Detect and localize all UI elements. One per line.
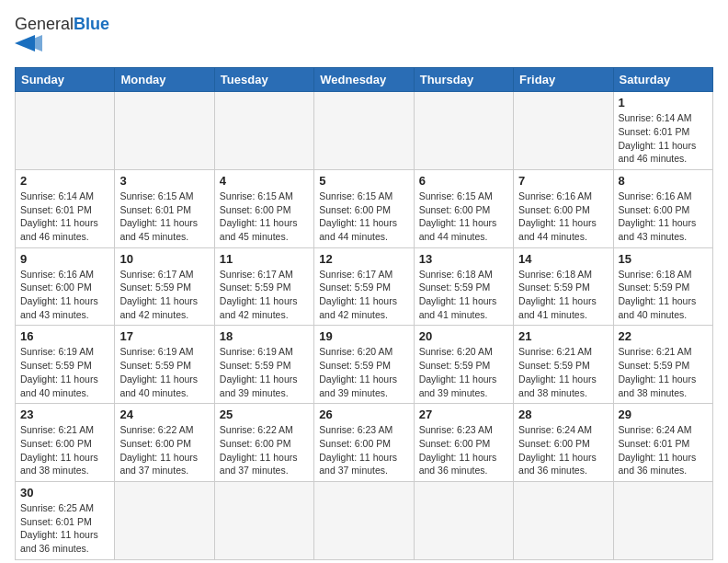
calendar-cell: 8Sunrise: 6:16 AM Sunset: 6:00 PM Daylig… xyxy=(613,169,712,247)
logo-triangle-icon xyxy=(15,35,42,52)
calendar-cell xyxy=(414,92,513,170)
day-number: 28 xyxy=(518,408,608,421)
calendar-cell: 26Sunrise: 6:23 AM Sunset: 6:00 PM Dayli… xyxy=(314,404,414,482)
calendar-cell: 22Sunrise: 6:21 AM Sunset: 5:59 PM Dayli… xyxy=(613,326,712,404)
column-header-tuesday: Tuesday xyxy=(214,68,313,92)
calendar-cell: 14Sunrise: 6:18 AM Sunset: 5:59 PM Dayli… xyxy=(514,247,613,326)
day-info: Sunrise: 6:23 AM Sunset: 6:00 PM Dayligh… xyxy=(419,423,508,477)
day-number: 7 xyxy=(518,174,608,188)
calendar-cell: 2Sunrise: 6:14 AM Sunset: 6:01 PM Daylig… xyxy=(16,169,115,247)
day-info: Sunrise: 6:16 AM Sunset: 6:00 PM Dayligh… xyxy=(518,190,608,244)
day-info: Sunrise: 6:15 AM Sunset: 6:00 PM Dayligh… xyxy=(319,190,408,244)
day-info: Sunrise: 6:16 AM Sunset: 6:00 PM Dayligh… xyxy=(619,190,708,244)
day-number: 4 xyxy=(220,174,309,188)
day-info: Sunrise: 6:22 AM Sunset: 6:00 PM Dayligh… xyxy=(119,423,209,477)
day-info: Sunrise: 6:22 AM Sunset: 6:00 PM Dayligh… xyxy=(220,423,309,477)
day-info: Sunrise: 6:15 AM Sunset: 6:00 PM Dayligh… xyxy=(419,190,508,244)
calendar-cell: 15Sunrise: 6:18 AM Sunset: 5:59 PM Dayli… xyxy=(613,247,712,326)
day-info: Sunrise: 6:24 AM Sunset: 6:00 PM Dayligh… xyxy=(518,423,608,477)
calendar-cell xyxy=(414,481,513,559)
calendar-cell: 30Sunrise: 6:25 AM Sunset: 6:01 PM Dayli… xyxy=(16,481,115,559)
calendar-cell: 28Sunrise: 6:24 AM Sunset: 6:00 PM Dayli… xyxy=(514,404,613,482)
day-info: Sunrise: 6:23 AM Sunset: 6:00 PM Dayligh… xyxy=(319,423,408,477)
day-number: 22 xyxy=(619,329,708,343)
calendar-cell xyxy=(115,92,214,170)
column-header-thursday: Thursday xyxy=(414,68,513,92)
day-info: Sunrise: 6:20 AM Sunset: 5:59 PM Dayligh… xyxy=(319,345,408,399)
calendar-cell: 13Sunrise: 6:18 AM Sunset: 5:59 PM Dayli… xyxy=(414,247,513,326)
calendar-cell xyxy=(214,92,313,170)
day-number: 26 xyxy=(319,408,408,421)
calendar-cell xyxy=(214,481,313,559)
day-number: 1 xyxy=(619,96,708,109)
day-number: 14 xyxy=(518,252,608,266)
calendar-cell: 4Sunrise: 6:15 AM Sunset: 6:00 PM Daylig… xyxy=(214,169,313,247)
day-info: Sunrise: 6:14 AM Sunset: 6:01 PM Dayligh… xyxy=(20,190,109,244)
column-header-monday: Monday xyxy=(115,68,214,92)
day-info: Sunrise: 6:14 AM Sunset: 6:01 PM Dayligh… xyxy=(619,111,708,166)
day-number: 27 xyxy=(419,408,508,421)
day-info: Sunrise: 6:21 AM Sunset: 5:59 PM Dayligh… xyxy=(619,345,708,399)
day-info: Sunrise: 6:15 AM Sunset: 6:01 PM Dayligh… xyxy=(119,190,209,244)
day-number: 5 xyxy=(319,174,408,188)
day-info: Sunrise: 6:19 AM Sunset: 5:59 PM Dayligh… xyxy=(119,345,209,399)
calendar-cell: 27Sunrise: 6:23 AM Sunset: 6:00 PM Dayli… xyxy=(414,404,513,482)
day-info: Sunrise: 6:21 AM Sunset: 6:00 PM Dayligh… xyxy=(20,423,109,477)
week-row-2: 2Sunrise: 6:14 AM Sunset: 6:01 PM Daylig… xyxy=(16,169,713,247)
day-number: 6 xyxy=(419,174,508,188)
day-info: Sunrise: 6:15 AM Sunset: 6:00 PM Dayligh… xyxy=(220,190,309,244)
calendar-cell xyxy=(115,481,214,559)
day-number: 16 xyxy=(20,329,109,343)
calendar-cell: 29Sunrise: 6:24 AM Sunset: 6:01 PM Dayli… xyxy=(613,404,712,482)
day-number: 30 xyxy=(20,486,109,500)
calendar-cell xyxy=(314,92,414,170)
calendar-table: SundayMondayTuesdayWednesdayThursdayFrid… xyxy=(15,67,713,560)
calendar-cell: 25Sunrise: 6:22 AM Sunset: 6:00 PM Dayli… xyxy=(214,404,313,482)
calendar-cell: 10Sunrise: 6:17 AM Sunset: 5:59 PM Dayli… xyxy=(115,247,214,326)
day-info: Sunrise: 6:18 AM Sunset: 5:59 PM Dayligh… xyxy=(419,268,508,322)
day-number: 8 xyxy=(619,174,708,188)
column-header-saturday: Saturday xyxy=(613,68,712,92)
week-row-3: 9Sunrise: 6:16 AM Sunset: 6:00 PM Daylig… xyxy=(16,247,713,326)
day-number: 10 xyxy=(119,252,209,266)
calendar-cell: 20Sunrise: 6:20 AM Sunset: 5:59 PM Dayli… xyxy=(414,326,513,404)
day-number: 2 xyxy=(20,174,109,188)
day-number: 23 xyxy=(20,408,109,421)
day-info: Sunrise: 6:25 AM Sunset: 6:01 PM Dayligh… xyxy=(20,501,109,556)
day-number: 21 xyxy=(518,329,608,343)
day-info: Sunrise: 6:17 AM Sunset: 5:59 PM Dayligh… xyxy=(119,268,209,322)
calendar-cell: 7Sunrise: 6:16 AM Sunset: 6:00 PM Daylig… xyxy=(514,169,613,247)
day-info: Sunrise: 6:16 AM Sunset: 6:00 PM Dayligh… xyxy=(20,268,109,322)
day-number: 24 xyxy=(119,408,209,421)
day-number: 17 xyxy=(119,329,209,343)
day-info: Sunrise: 6:19 AM Sunset: 5:59 PM Dayligh… xyxy=(220,345,309,399)
calendar-cell xyxy=(514,481,613,559)
day-info: Sunrise: 6:21 AM Sunset: 5:59 PM Dayligh… xyxy=(518,345,608,399)
calendar-cell xyxy=(613,481,712,559)
day-number: 29 xyxy=(619,408,708,421)
day-number: 9 xyxy=(20,252,109,266)
day-number: 11 xyxy=(220,252,309,266)
week-row-4: 16Sunrise: 6:19 AM Sunset: 5:59 PM Dayli… xyxy=(16,326,713,404)
day-number: 12 xyxy=(319,252,408,266)
day-info: Sunrise: 6:17 AM Sunset: 5:59 PM Dayligh… xyxy=(319,268,408,322)
day-number: 13 xyxy=(419,252,508,266)
column-header-wednesday: Wednesday xyxy=(314,68,414,92)
calendar-cell: 16Sunrise: 6:19 AM Sunset: 5:59 PM Dayli… xyxy=(16,326,115,404)
calendar-cell: 17Sunrise: 6:19 AM Sunset: 5:59 PM Dayli… xyxy=(115,326,214,404)
page-header: GeneralBlue xyxy=(15,15,713,56)
calendar-cell: 18Sunrise: 6:19 AM Sunset: 5:59 PM Dayli… xyxy=(214,326,313,404)
day-number: 25 xyxy=(220,408,309,421)
week-row-1: 1Sunrise: 6:14 AM Sunset: 6:01 PM Daylig… xyxy=(16,92,713,170)
logo-text: GeneralBlue xyxy=(15,15,109,56)
calendar-cell: 12Sunrise: 6:17 AM Sunset: 5:59 PM Dayli… xyxy=(314,247,414,326)
day-number: 20 xyxy=(419,329,508,343)
day-info: Sunrise: 6:18 AM Sunset: 5:59 PM Dayligh… xyxy=(619,268,708,322)
column-header-sunday: Sunday xyxy=(16,68,115,92)
day-info: Sunrise: 6:24 AM Sunset: 6:01 PM Dayligh… xyxy=(619,423,708,477)
calendar-cell: 23Sunrise: 6:21 AM Sunset: 6:00 PM Dayli… xyxy=(16,404,115,482)
day-number: 3 xyxy=(119,174,209,188)
day-info: Sunrise: 6:18 AM Sunset: 5:59 PM Dayligh… xyxy=(518,268,608,322)
calendar-cell: 19Sunrise: 6:20 AM Sunset: 5:59 PM Dayli… xyxy=(314,326,414,404)
calendar-cell: 21Sunrise: 6:21 AM Sunset: 5:59 PM Dayli… xyxy=(514,326,613,404)
